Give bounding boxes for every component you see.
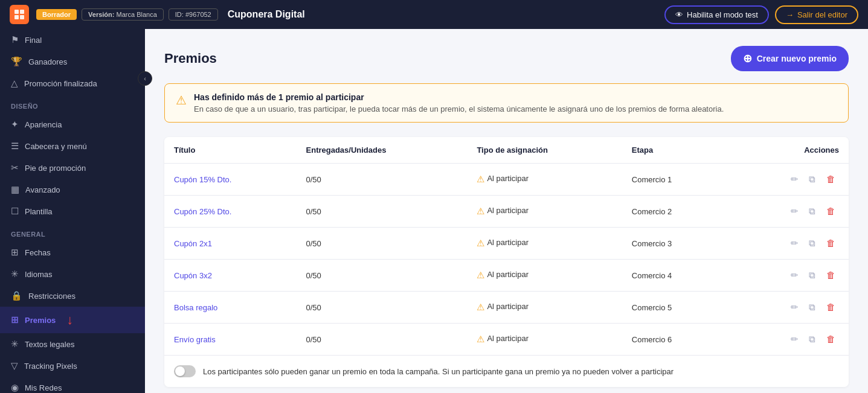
delete-button-5[interactable]: 🗑 bbox=[823, 331, 839, 347]
exit-editor-button[interactable]: → Salir del editor bbox=[775, 5, 858, 24]
arrow-down-indicator: ↓ bbox=[66, 312, 73, 328]
svg-rect-3 bbox=[20, 15, 24, 19]
edit-button-4[interactable]: ✏ bbox=[787, 299, 802, 315]
sidebar-item-avanzado[interactable]: ▦ Avanzado bbox=[0, 179, 145, 200]
cell-asignacion-3: ⚠Al participar bbox=[467, 260, 622, 292]
warn-icon-4: ⚠ bbox=[477, 302, 484, 312]
warning-bold-text: Has definido más de 1 premio al particip… bbox=[194, 92, 724, 102]
cell-etapa-0: Comercio 1 bbox=[622, 164, 724, 196]
eye-icon: 👁 bbox=[675, 10, 683, 19]
test-mode-button[interactable]: 👁 Habilita el modo test bbox=[664, 5, 769, 24]
warn-icon-5: ⚠ bbox=[477, 334, 484, 344]
cell-actions-5: ✏ ⧉ 🗑 bbox=[724, 324, 849, 356]
content-header: Premios ⊕ Crear nuevo premio bbox=[164, 46, 849, 71]
edit-button-2[interactable]: ✏ bbox=[787, 235, 802, 251]
table-row: Cupón 2x1 0/50 ⚠Al participar Comercio 3… bbox=[164, 228, 849, 260]
sidebar-item-textos-legales[interactable]: ✳ Textos legales bbox=[0, 333, 145, 355]
sidebar-item-pie[interactable]: ✂ Pie de promoción bbox=[0, 157, 145, 179]
warn-icon-2: ⚠ bbox=[477, 238, 484, 248]
cell-asignacion-0: ⚠Al participar bbox=[467, 164, 622, 196]
copy-button-5[interactable]: ⧉ bbox=[805, 331, 819, 347]
prizes-table-container: Título Entregadas/Unidades Tipo de asign… bbox=[164, 137, 849, 387]
cell-titulo-3: Cupón 3x2 bbox=[164, 260, 297, 292]
alert-triangle-icon: △ bbox=[11, 78, 18, 89]
document-icon: ✳ bbox=[11, 339, 19, 350]
delete-button-2[interactable]: 🗑 bbox=[823, 235, 839, 251]
prize-link-2[interactable]: Cupón 2x1 bbox=[174, 239, 212, 248]
create-prize-button[interactable]: ⊕ Crear nuevo premio bbox=[731, 46, 849, 71]
cell-asignacion-1: ⚠Al participar bbox=[467, 196, 622, 228]
table-row: Cupón 15% Dto. 0/50 ⚠Al participar Comer… bbox=[164, 164, 849, 196]
warn-icon-3: ⚠ bbox=[477, 270, 484, 280]
id-badge: ID: #967052 bbox=[169, 8, 218, 21]
toggle-label: Los participantes sólo pueden ganar un p… bbox=[203, 367, 674, 376]
edit-button-3[interactable]: ✏ bbox=[787, 267, 802, 283]
edit-button-1[interactable]: ✏ bbox=[787, 203, 802, 219]
sidebar-collapse-button[interactable]: ‹ bbox=[138, 71, 152, 86]
col-entregadas: Entregadas/Unidades bbox=[297, 137, 468, 164]
cell-entregadas-2: 0/50 bbox=[297, 228, 468, 260]
version-badge: Versión: Marca Blanca bbox=[82, 8, 164, 21]
status-badge-borrador: Borrador bbox=[36, 9, 77, 20]
cell-etapa-5: Comercio 6 bbox=[622, 324, 724, 356]
app-logo bbox=[10, 5, 29, 24]
prize-link-3[interactable]: Cupón 3x2 bbox=[174, 271, 212, 280]
sidebar-item-tracking-pixels[interactable]: ▽ Tracking Pixels bbox=[0, 355, 145, 377]
cell-titulo-2: Cupón 2x1 bbox=[164, 228, 297, 260]
exit-icon: → bbox=[786, 10, 794, 19]
table-row: Cupón 25% Dto. 0/50 ⚠Al participar Comer… bbox=[164, 196, 849, 228]
sidebar-item-mis-redes[interactable]: ◉ Mis Redes bbox=[0, 377, 145, 393]
col-asignacion: Tipo de asignación bbox=[467, 137, 622, 164]
warn-icon-0: ⚠ bbox=[477, 174, 484, 184]
trophy-icon: 🏆 bbox=[11, 56, 22, 67]
lock-icon: 🔒 bbox=[11, 290, 22, 301]
cell-entregadas-4: 0/50 bbox=[297, 292, 468, 324]
cell-etapa-1: Comercio 2 bbox=[622, 196, 724, 228]
sidebar-item-final[interactable]: ⚑ Final bbox=[0, 29, 145, 51]
sidebar-item-promocion-finalizada[interactable]: △ Promoción finalizada bbox=[0, 72, 145, 94]
single-prize-toggle[interactable] bbox=[174, 365, 196, 377]
table-header-row: Título Entregadas/Unidades Tipo de asign… bbox=[164, 137, 849, 164]
delete-button-3[interactable]: 🗑 bbox=[823, 267, 839, 283]
sidebar-item-idiomas[interactable]: ✳ Idiomas bbox=[0, 263, 145, 285]
cell-entregadas-0: 0/50 bbox=[297, 164, 468, 196]
sidebar-item-plantilla[interactable]: ☐ Plantilla bbox=[0, 200, 145, 222]
table-row: Cupón 3x2 0/50 ⚠Al participar Comercio 4… bbox=[164, 260, 849, 292]
sidebar-item-premios[interactable]: ⊞ Premios ↓ bbox=[0, 307, 145, 333]
warning-text-container: Has definido más de 1 premio al particip… bbox=[194, 92, 724, 113]
warning-icon: ⚠ bbox=[176, 93, 187, 107]
copy-button-4[interactable]: ⧉ bbox=[805, 299, 819, 315]
prizes-table: Título Entregadas/Unidades Tipo de asign… bbox=[164, 137, 849, 355]
cell-actions-4: ✏ ⧉ 🗑 bbox=[724, 292, 849, 324]
sidebar-item-cabecera[interactable]: ☰ Cabecera y menú bbox=[0, 135, 145, 157]
sidebar-item-restricciones[interactable]: 🔒 Restricciones bbox=[0, 285, 145, 307]
delete-button-4[interactable]: 🗑 bbox=[823, 299, 839, 315]
cell-titulo-4: Bolsa regalo bbox=[164, 292, 297, 324]
section-general: General bbox=[0, 222, 145, 241]
copy-button-1[interactable]: ⧉ bbox=[805, 203, 819, 219]
col-acciones: Acciones bbox=[724, 137, 849, 164]
cell-actions-0: ✏ ⧉ 🗑 bbox=[724, 164, 849, 196]
cell-titulo-1: Cupón 25% Dto. bbox=[164, 196, 297, 228]
table-row: Envío gratis 0/50 ⚠Al participar Comerci… bbox=[164, 324, 849, 356]
sidebar: ⚑ Final 🏆 Ganadores △ Promoción finaliza… bbox=[0, 29, 145, 393]
gift-icon: ⊞ bbox=[11, 315, 19, 325]
toggle-row: Los participantes sólo pueden ganar un p… bbox=[164, 355, 849, 387]
col-etapa: Etapa bbox=[622, 137, 724, 164]
sidebar-item-ganadores[interactable]: 🏆 Ganadores bbox=[0, 51, 145, 72]
edit-button-0[interactable]: ✏ bbox=[787, 171, 802, 187]
topbar: Borrador Versión: Marca Blanca ID: #9670… bbox=[0, 0, 868, 29]
prize-link-0[interactable]: Cupón 15% Dto. bbox=[174, 175, 231, 184]
prize-link-4[interactable]: Bolsa regalo bbox=[174, 303, 217, 312]
delete-button-1[interactable]: 🗑 bbox=[823, 203, 839, 219]
edit-button-5[interactable]: ✏ bbox=[787, 331, 802, 347]
prize-link-1[interactable]: Cupón 25% Dto. bbox=[174, 207, 231, 216]
grid-icon: ▦ bbox=[11, 184, 19, 195]
copy-button-2[interactable]: ⧉ bbox=[805, 235, 819, 251]
sidebar-item-apariencia[interactable]: ✦ Apariencia bbox=[0, 113, 145, 135]
prize-link-5[interactable]: Envío gratis bbox=[174, 335, 216, 344]
delete-button-0[interactable]: 🗑 bbox=[823, 171, 839, 187]
sidebar-item-fechas[interactable]: ⊞ Fechas bbox=[0, 241, 145, 263]
copy-button-3[interactable]: ⧉ bbox=[805, 267, 819, 283]
copy-button-0[interactable]: ⧉ bbox=[805, 171, 819, 187]
